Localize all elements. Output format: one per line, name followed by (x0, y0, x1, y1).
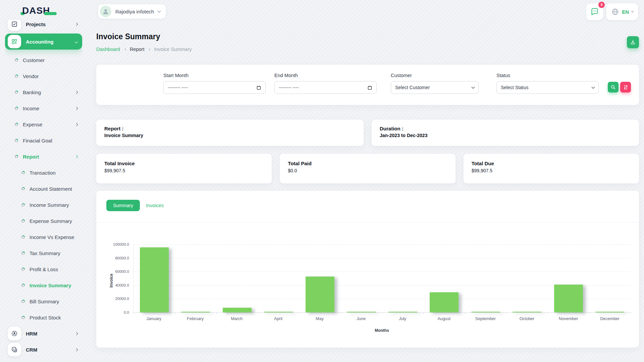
x-axis-label: May (299, 316, 340, 321)
bar-november[interactable] (554, 285, 583, 312)
sidebar-item-report[interactable]: Report (5, 148, 82, 165)
bar-august[interactable] (430, 292, 459, 312)
calendar-icon (367, 85, 372, 90)
end-month-input[interactable]: -------- ---- (274, 81, 377, 94)
sidebar-item-label: Vendor (23, 73, 82, 79)
topbar: DASH Rajodiya infotech 0 EN (0, 0, 644, 23)
status-label: Status (496, 73, 599, 78)
bar-march[interactable] (223, 308, 252, 312)
language-code: EN (622, 9, 629, 15)
bar-october[interactable] (513, 312, 541, 312)
bar-may[interactable] (306, 277, 334, 312)
x-axis-label: January (133, 316, 175, 321)
sidebar-item-account-statement[interactable]: Account Statement (5, 181, 82, 197)
sidebar-item-finacial-goal[interactable]: Finacial Goal (5, 132, 82, 148)
tab-summary[interactable]: Summary (106, 200, 140, 211)
bar-february[interactable] (181, 312, 210, 312)
axis-tick (631, 312, 631, 314)
sidebar-item-label: Expense (23, 122, 70, 127)
breadcrumb-report[interactable]: Report (130, 47, 145, 52)
sidebar-item-label: Account Statement (30, 186, 82, 192)
sidebar-item-hrm[interactable]: HRM (5, 325, 82, 342)
sidebar-item-income-vs-expense[interactable]: Income Vs Expense (5, 229, 82, 245)
sidebar-item-label: Income (23, 106, 70, 111)
bar-june[interactable] (347, 312, 376, 312)
bar-slot (175, 244, 217, 312)
stat-value: $0.0 (288, 168, 447, 173)
crm-icon (8, 343, 21, 356)
company-selector[interactable]: Rajodiya infotech (98, 4, 166, 19)
sidebar-item-profit-loss[interactable]: Profit & Loss (5, 261, 82, 277)
breadcrumb-dashboard[interactable]: Dashboard (96, 47, 120, 52)
bullet-icon (15, 123, 18, 126)
sidebar-item-crm[interactable]: CRM (5, 342, 82, 358)
status-select[interactable]: Select Status (496, 81, 599, 94)
chevron-right-icon (75, 90, 78, 94)
sidebar-item-vendor[interactable]: Vendor (5, 68, 82, 84)
customer-select[interactable]: Select Customer (391, 81, 479, 94)
customer-label: Customer (391, 73, 479, 78)
avatar (100, 6, 111, 17)
y-axis: 100000.080000.060000.040000.020000.00.0 (96, 244, 129, 312)
bar-september[interactable] (471, 312, 500, 312)
start-month-input[interactable]: -------- ---- (163, 81, 266, 94)
reset-button[interactable] (620, 82, 631, 93)
sidebar-item-label: Expense Summary (30, 218, 82, 224)
sidebar-item-income[interactable]: Income (5, 100, 82, 116)
stat-label: Total Due (472, 161, 631, 166)
stat-value: $99,907.5 (104, 168, 264, 173)
sidebar-item-banking[interactable]: Banking (5, 84, 82, 100)
stat-label: Total Paid (288, 161, 447, 166)
messages-button[interactable]: 0 (586, 3, 603, 20)
bullet-icon (15, 90, 18, 94)
sidebar-item-label: Profit & Loss (30, 266, 82, 272)
calendar-icon (256, 85, 261, 90)
sidebar-item-invoice-summary[interactable]: Invoice Summary (5, 277, 82, 293)
bar-slot (341, 244, 382, 312)
sidebar-item-expense-summary[interactable]: Expense Summary (5, 213, 82, 229)
sidebar-item-income-summary[interactable]: Income Summary (5, 197, 82, 213)
sidebar-item-tax-summary[interactable]: Tax Summary (5, 245, 82, 261)
main-content: Invoice Summary Dashboard Report Invoice… (96, 32, 639, 348)
stat-card-total-due: Total Due $99,907.5 (464, 154, 639, 183)
y-axis-tick: 40000.0 (115, 283, 129, 287)
chevron-right-icon (75, 123, 78, 126)
bar-april[interactable] (264, 312, 293, 312)
sidebar-item-label: Report (23, 154, 70, 160)
search-icon (610, 84, 616, 90)
bar-december[interactable] (595, 312, 624, 312)
sidebar-item-transaction[interactable]: Transaction (5, 165, 82, 181)
y-axis-tick: 100000.0 (113, 242, 129, 246)
sidebar-item-bill-summary[interactable]: Bill Summary (5, 293, 82, 309)
logo-accent-dash (44, 12, 57, 15)
sidebar-item-label: Banking (23, 89, 70, 95)
bar-slot (216, 244, 258, 312)
axis-tick (382, 312, 382, 314)
bar-july[interactable] (388, 312, 417, 312)
y-axis-tick: 0.0 (124, 310, 129, 314)
sidebar-item-customer[interactable]: Customer (5, 52, 82, 68)
bar-january[interactable] (140, 247, 169, 312)
sidebar-item-expense[interactable]: Expense (5, 116, 82, 132)
duration-card: Duration : Jan-2023 to Dec-2023 (372, 120, 639, 146)
sidebar-item-product-stock[interactable]: Product Stock (5, 309, 82, 325)
language-selector[interactable]: EN (606, 3, 638, 20)
chevron-right-icon (75, 348, 78, 351)
breadcrumb-current: Invoice Summary (154, 47, 192, 52)
sidebar-item-label: Income Summary (30, 202, 82, 208)
bar-slot (548, 244, 589, 312)
sidebar-item-accounting[interactable]: Accounting (5, 34, 82, 50)
tab-invoices[interactable]: Invoices (146, 203, 164, 208)
app-logo[interactable]: DASH (22, 5, 50, 16)
download-button[interactable] (627, 36, 639, 48)
bullet-icon (21, 187, 25, 190)
page-title: Invoice Summary (96, 32, 639, 41)
sidebar-item-label: Invoice Summary (30, 283, 82, 288)
bullet-icon (15, 155, 18, 158)
search-button[interactable] (608, 82, 619, 93)
bullet-icon (21, 203, 25, 206)
axis-tick (299, 312, 300, 314)
x-axis-label: April (258, 316, 299, 321)
sidebar-item-label: Projects (26, 21, 70, 27)
sidebar-item-projects[interactable]: Projects (5, 20, 82, 32)
